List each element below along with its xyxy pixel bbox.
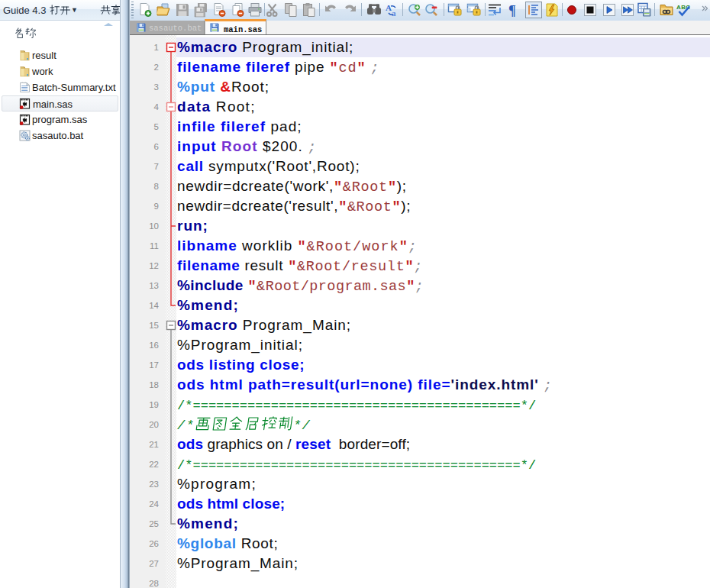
svg-text:¶: ¶	[508, 3, 516, 18]
svg-text:A: A	[386, 3, 392, 12]
svg-text:a: a	[392, 8, 396, 18]
